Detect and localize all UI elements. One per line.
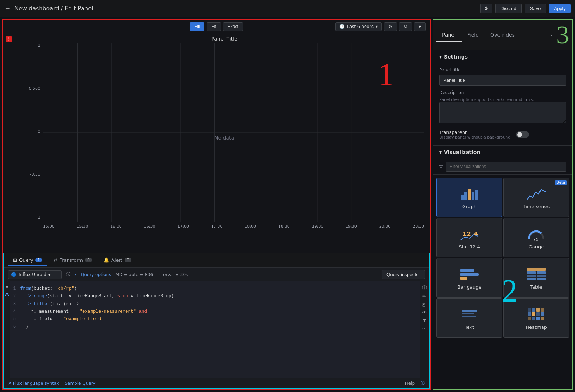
query-tabs: ⊞ Query 1 ⇄ Transform 0 🔔 Alert 0 [4, 253, 429, 268]
svg-rect-18 [464, 192, 467, 200]
viz-card-heatmap[interactable]: Heatmap [503, 298, 569, 338]
collapse-panel-button[interactable]: › [547, 29, 555, 41]
viz-card-stat[interactable]: 12.4 Stat 12.4 [436, 218, 502, 257]
y-label: -1 [36, 215, 40, 220]
exact-button[interactable]: Exact [223, 22, 243, 31]
query-options-bar: 🔵 Influx Unraid ▾ ⓘ › Query options MD =… [4, 268, 429, 281]
topbar-right: ⚙ Discard Save Apply [480, 4, 571, 13]
info-action-icon[interactable]: ⓘ [422, 285, 427, 291]
stat-icon: 12.4 [459, 226, 479, 242]
y-label: -0.50 [30, 172, 40, 177]
visualization-header[interactable]: ▾ Visualization [433, 146, 572, 159]
flux-link[interactable]: ↗ Flux language syntax [8, 381, 59, 386]
bargauge-icon [459, 266, 479, 282]
x-label: 17:00 [177, 224, 189, 229]
svg-rect-34 [462, 310, 477, 312]
code-line-1: 1from(bucket: "db/rp") [13, 285, 417, 293]
tab-panel[interactable]: Panel [436, 28, 462, 42]
svg-rect-17 [461, 195, 464, 200]
viz-stat-label: Stat 12.4 [459, 244, 480, 249]
edit-action-icon[interactable]: ✏ [422, 294, 427, 299]
transform-icon: ⇄ [54, 257, 57, 263]
back-button[interactable]: ← [4, 5, 11, 12]
svg-rect-30 [527, 275, 536, 277]
svg-rect-33 [537, 278, 546, 280]
visualization-section: ▾ Visualization ▽ Graph [433, 146, 572, 389]
help-link[interactable]: Help [405, 381, 415, 386]
query-options-link[interactable]: Query options [81, 272, 111, 277]
help-icon: ⓘ [421, 380, 425, 386]
database-icon: ⊞ [13, 257, 17, 263]
svg-rect-29 [537, 271, 546, 274]
zoom-out-button[interactable]: ⊖ [384, 22, 397, 31]
tab-field[interactable]: Field [462, 28, 484, 42]
viz-filter-input[interactable] [446, 162, 566, 172]
more-button[interactable]: ▾ [414, 22, 426, 31]
code-line-2: 2 |> range(start: v.timeRangeStart, stop… [13, 293, 417, 300]
annotation-3: 3 [556, 20, 569, 50]
viz-card-timeseries[interactable]: Beta Time series [503, 178, 569, 217]
svg-rect-37 [528, 308, 531, 312]
description-textarea[interactable] [439, 102, 566, 123]
apply-button[interactable]: Apply [549, 4, 571, 13]
tab-alert[interactable]: 🔔 Alert 0 [98, 255, 136, 266]
tab-query-label: Query [19, 257, 33, 263]
tab-transform[interactable]: ⇄ Transform 0 [48, 255, 97, 266]
query-code-editor[interactable]: 1from(bucket: "db/rp") 2 |> range(start:… [10, 281, 420, 378]
collapse-icon[interactable]: ▾ [6, 284, 8, 289]
sample-query-link[interactable]: Sample Query [65, 381, 95, 386]
viz-card-gauge[interactable]: 79 Gauge [503, 218, 569, 257]
tab-overrides[interactable]: Overrides [484, 28, 520, 42]
code-line-3: 3 |> filter(fn: (r) => [13, 300, 417, 308]
svg-rect-42 [532, 312, 535, 316]
delete-action-icon[interactable]: 🗑 [422, 317, 427, 323]
viz-heatmap-label: Heatmap [525, 325, 547, 330]
time-range-picker[interactable]: 🕐 Last 6 hours ▾ [335, 22, 382, 31]
alert-badge: 0 [125, 258, 131, 262]
more-action-icon[interactable]: ⋯ [422, 325, 427, 331]
time-range-label: Last 6 hours [347, 24, 374, 29]
query-panel: ⊞ Query 1 ⇄ Transform 0 🔔 Alert 0 [3, 253, 430, 389]
svg-rect-26 [460, 277, 467, 280]
viz-card-graph[interactable]: Graph [436, 178, 502, 217]
datasource-select[interactable]: 🔵 Influx Unraid ▾ [8, 270, 62, 279]
viz-card-text[interactable]: Text [436, 298, 502, 338]
svg-rect-21 [475, 190, 478, 200]
viz-gauge-label: Gauge [529, 244, 544, 249]
topbar: ← New dashboard / Edit Panel ⚙ Discard S… [0, 0, 575, 17]
refresh-button[interactable]: ↻ [399, 22, 412, 31]
viz-bargauge-label: Bar gauge [457, 284, 481, 290]
svg-rect-41 [528, 312, 531, 316]
discard-button[interactable]: Discard [495, 4, 522, 13]
query-editor: ▾ A 1from(bucket: "db/rp") 2 |> range(st… [4, 281, 429, 378]
chevron-down-icon: ▾ [376, 24, 378, 29]
viz-text-label: Text [465, 325, 474, 330]
viz-card-bargauge[interactable]: Bar gauge [436, 258, 502, 298]
chart-area: Fill Fit Exact 🕐 Last 6 hours ▾ ⊖ ↻ ▾ Pa… [3, 20, 430, 253]
eye-action-icon[interactable]: 👁 [422, 309, 427, 315]
description-hint: Panel description supports markdown and … [439, 97, 566, 102]
x-label: 18:30 [278, 224, 290, 229]
settings-button[interactable]: ⚙ [480, 4, 492, 13]
transparent-toggle[interactable] [516, 131, 529, 138]
fit-button[interactable]: Fit [207, 22, 221, 31]
viz-filter: ▽ [433, 159, 572, 175]
svg-rect-35 [462, 313, 474, 314]
gauge-icon: 79 [526, 226, 546, 242]
save-button[interactable]: Save [525, 4, 546, 13]
copy-action-icon[interactable]: ⎘ [422, 302, 427, 307]
tab-query[interactable]: ⊞ Query 1 [8, 255, 47, 266]
panel-title-input[interactable] [439, 75, 566, 86]
svg-rect-45 [528, 317, 531, 320]
query-inspector-button[interactable]: Query inspector [382, 270, 425, 279]
viz-grid: Graph Beta Time series 12.4 Stat [433, 175, 572, 341]
fill-button[interactable]: Fill [190, 22, 204, 31]
viz-card-table[interactable]: Table [503, 258, 569, 298]
settings-header[interactable]: ▾ Settings [433, 50, 572, 63]
y-axis: 1 0.500 0 -0.50 -1 [24, 43, 43, 220]
y-label: 1 [38, 43, 40, 48]
settings-content: Panel title Description Panel descriptio… [433, 67, 572, 145]
text-icon [459, 307, 479, 322]
svg-rect-47 [536, 317, 540, 320]
datasource-icon: 🔵 [11, 272, 17, 277]
